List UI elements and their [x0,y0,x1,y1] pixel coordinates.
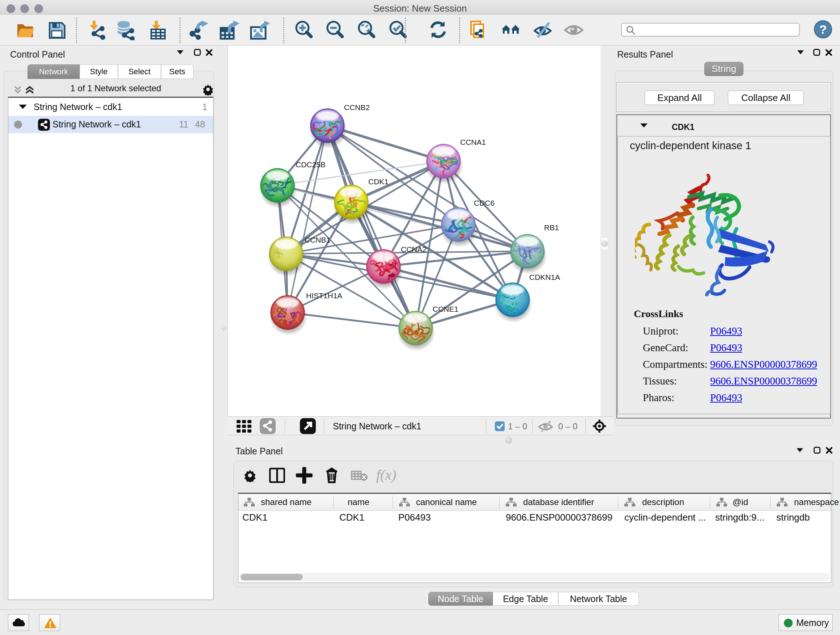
svg-text:CCNA2: CCNA2 [401,245,426,253]
svg-text:CCNE1: CCNE1 [433,305,458,313]
svg-text:HIST1H1A: HIST1H1A [306,291,342,300]
svg-text:CCNB1: CCNB1 [305,236,330,244]
svg-text:CDKN1A: CDKN1A [529,273,560,281]
svg-text:CDC6: CDC6 [474,199,494,207]
svg-text:CCNB2: CCNB2 [344,103,370,111]
svg-text:CCNA1: CCNA1 [460,138,486,146]
svg-text:RB1: RB1 [544,223,559,232]
svg-text:CDK1: CDK1 [368,177,388,186]
svg-text:CDC25B: CDC25B [295,160,325,169]
